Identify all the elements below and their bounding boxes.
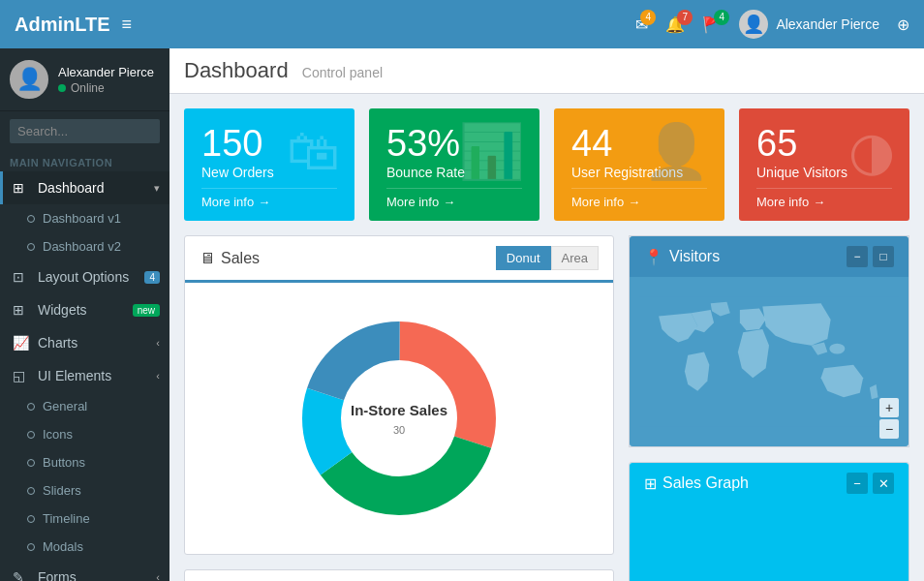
sidebar-item-charts[interactable]: 📈 Charts ‹ (0, 326, 169, 359)
charts-arrow-icon: ‹ (156, 337, 160, 349)
user-status: Online (58, 81, 154, 95)
sales-graph-header: ⊞ Sales Graph − ✕ (630, 463, 909, 504)
sidebar-item-label-dashboard-v2: Dashboard v2 (43, 239, 121, 254)
share-icon-nav[interactable]: ⊕ (897, 15, 909, 34)
visitors-tools: − □ (847, 246, 894, 267)
donut-center-value: 30 (393, 424, 405, 436)
sidebar-item-dashboard[interactable]: ⊞ Dashboard ▾ (0, 171, 169, 204)
tab-area[interactable]: Area (551, 246, 599, 270)
sidebar-item-label-general: General (43, 399, 87, 413)
sidebar-item-label-sliders: Sliders (43, 483, 81, 498)
page-subtitle: Control panel (302, 65, 383, 80)
brand-logo[interactable]: AdminLTE (15, 14, 110, 36)
dashboard-icon: ⊞ (13, 180, 32, 196)
sidebar-toggle-icon[interactable]: ≡ (122, 15, 133, 35)
sidebar-item-general[interactable]: General (0, 392, 169, 420)
sub-circle-modals (27, 543, 35, 551)
sub-circle-icons (27, 431, 35, 439)
sidebar-search-box (0, 111, 169, 151)
monitor-icon: 🖥 (200, 250, 215, 267)
visitors-expand-btn[interactable]: □ (873, 246, 894, 267)
sidebar-item-sliders[interactable]: Sliders (0, 476, 169, 505)
sales-graph-title: ⊞ Sales Graph (644, 474, 749, 493)
bounce-rate-footer-text: More info (386, 195, 439, 209)
forms-icon: ✎ (13, 569, 32, 581)
sidebar-user-avatar: 👤 (10, 60, 48, 99)
visitors-box: 📍 Visitors − □ (629, 235, 909, 447)
sidebar-item-buttons[interactable]: Buttons (0, 448, 169, 476)
visitors-header: 📍 Visitors − □ (630, 236, 909, 277)
flag-icon-nav[interactable]: 🚩 4 (702, 15, 722, 34)
sidebar: 👤 Alexander Pierce Online MAIN NAVIGATIO… (0, 48, 169, 581)
chat-box-header: 💬 Chat (185, 570, 613, 581)
bounce-rate-icon: 📊 (458, 120, 525, 183)
sidebar-item-label-icons: Icons (43, 427, 73, 442)
ui-elements-icon: ◱ (13, 368, 32, 383)
mail-badge: 4 (640, 10, 656, 25)
map-zoom-out-btn[interactable]: − (879, 419, 899, 439)
navbar: AdminLTE ≡ ✉ 4 🔔 7 🚩 4 👤 Alexander Pierc… (0, 0, 924, 48)
info-boxes: 150 New Orders 🛍 More info → 53% Bounce … (184, 108, 909, 221)
col-left: 🖥 Sales Donut Area (184, 235, 614, 581)
content-header: Dashboard Control panel (169, 48, 924, 94)
search-input[interactable] (10, 119, 160, 143)
new-orders-footer-text: More info (201, 195, 254, 209)
world-map-svg (639, 287, 899, 437)
user-status-label: Online (71, 81, 105, 95)
new-orders-footer[interactable]: More info → (201, 188, 337, 209)
flag-badge: 4 (714, 10, 729, 25)
sidebar-item-forms[interactable]: ✎ Forms ‹ (0, 561, 169, 581)
sales-tabs: Donut Area (496, 246, 599, 270)
sidebar-item-layout-options[interactable]: ⊡ Layout Options 4 (0, 260, 169, 293)
nav-header-label: MAIN NAVIGATION (0, 151, 169, 171)
sidebar-item-label-modals: Modals (43, 539, 83, 554)
sales-graph-body (630, 504, 909, 581)
sidebar-item-label-dashboard-v1: Dashboard v1 (43, 211, 121, 226)
sidebar-user-panel: 👤 Alexander Pierce Online (0, 48, 169, 111)
sidebar-item-dashboard-v1[interactable]: Dashboard v1 (0, 204, 169, 232)
sidebar-item-dashboard-v2[interactable]: Dashboard v2 (0, 232, 169, 260)
user-nav-panel[interactable]: 👤 Alexander Pierce (739, 10, 879, 39)
info-box-unique-visitors: 65 Unique Visitors ◑ More info → (739, 108, 909, 221)
info-box-new-orders: 150 New Orders 🛍 More info → (184, 108, 354, 221)
user-reg-footer[interactable]: More info → (571, 188, 707, 209)
sales-graph-box: ⊞ Sales Graph − ✕ (629, 462, 909, 581)
unique-visitors-icon: ◑ (848, 120, 895, 182)
navbar-right: ✉ 4 🔔 7 🚩 4 👤 Alexander Pierce ⊕ (635, 10, 909, 39)
sidebar-item-icons[interactable]: Icons (0, 420, 169, 448)
donut-center-label: In-Store Sales (351, 402, 447, 418)
sidebar-item-widgets[interactable]: ⊞ Widgets new (0, 293, 169, 326)
info-box-bounce-rate: 53% Bounce Rate 📊 More info → (369, 108, 539, 221)
sidebar-item-label-charts: Charts (38, 335, 156, 351)
info-box-user-registrations: 44 User Registrations 👤 More info → (554, 108, 724, 221)
chevron-down-icon: ▾ (154, 182, 160, 195)
sidebar-item-ui-elements[interactable]: ◱ UI Elements ‹ (0, 359, 169, 392)
sales-graph-close-btn[interactable]: ✕ (873, 473, 894, 494)
unique-visitors-footer[interactable]: More info → (756, 188, 892, 209)
sub-circle-buttons (27, 459, 35, 467)
world-map-container: + − (630, 277, 909, 446)
tab-donut[interactable]: Donut (496, 246, 551, 270)
sub-circle-general (27, 403, 35, 411)
sidebar-item-timeline[interactable]: Timeline (0, 505, 169, 533)
mail-icon-nav[interactable]: ✉ 4 (635, 15, 648, 34)
content-wrapper: Dashboard Control panel 150 New Orders 🛍… (169, 48, 924, 581)
col-right: 📍 Visitors − □ (629, 235, 909, 581)
bounce-rate-footer[interactable]: More info → (386, 188, 522, 209)
sales-box: 🖥 Sales Donut Area (184, 235, 614, 555)
sales-graph-tools: − ✕ (847, 473, 894, 494)
visitors-minimize-btn[interactable]: − (847, 246, 868, 267)
ui-elements-arrow-icon: ‹ (156, 370, 160, 382)
user-nav-avatar: 👤 (739, 10, 768, 39)
user-nav-name: Alexander Pierce (776, 16, 879, 32)
sidebar-item-modals[interactable]: Modals (0, 533, 169, 561)
sales-graph-minimize-btn[interactable]: − (847, 473, 868, 494)
donut-chart: In-Store Sales 30 (283, 302, 515, 535)
map-zoom-in-btn[interactable]: + (879, 398, 899, 417)
sidebar-item-label-dashboard: Dashboard (38, 180, 154, 196)
donut-hole (342, 361, 456, 475)
donut-container: In-Store Sales 30 (185, 283, 613, 554)
sub-circle-timeline (27, 515, 35, 523)
bell-icon-nav[interactable]: 🔔 7 (665, 15, 685, 34)
sales-box-title: 🖥 Sales (200, 250, 260, 267)
